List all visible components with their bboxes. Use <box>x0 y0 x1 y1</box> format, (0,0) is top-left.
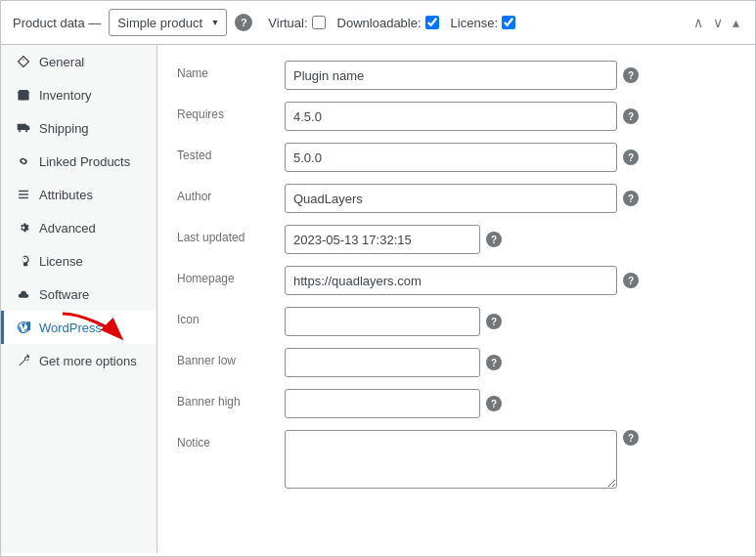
banner-high-help-icon[interactable]: ? <box>486 396 502 411</box>
notice-help-icon[interactable]: ? <box>623 430 639 446</box>
name-label: Name <box>177 61 285 80</box>
wp-icon <box>16 320 31 335</box>
sidebar-item-advanced-label: Advanced <box>39 221 96 236</box>
icon-label: Icon <box>177 307 285 326</box>
product-data-body: General Inventory Shipping Linked Produc… <box>1 45 755 553</box>
requires-help-icon[interactable]: ? <box>623 108 639 124</box>
cloud-icon <box>16 286 31 302</box>
tag-icon <box>16 54 31 69</box>
product-type-help-icon[interactable]: ? <box>235 14 252 31</box>
sidebar-item-software-label: Software <box>39 287 89 302</box>
product-data-label: Product data — <box>13 16 101 30</box>
icon-input[interactable] <box>285 307 480 336</box>
requires-field-wrapper: ? <box>285 102 639 131</box>
banner-high-input[interactable] <box>285 389 480 418</box>
requires-input[interactable] <box>285 102 617 131</box>
banner-high-row: Banner high ? <box>177 389 735 418</box>
name-input[interactable] <box>285 61 617 90</box>
main-form: Name ? Requires ? Tested ? <box>157 45 755 553</box>
requires-label: Requires <box>177 102 285 121</box>
sidebar-item-attributes-label: Attributes <box>39 188 93 202</box>
homepage-help-icon[interactable]: ? <box>623 273 639 288</box>
banner-low-help-icon[interactable]: ? <box>486 355 502 370</box>
icon-row: Icon ? <box>177 307 735 336</box>
sidebar-item-get-more-options[interactable]: Get more options <box>1 344 156 377</box>
link-icon <box>16 153 31 169</box>
sidebar-item-advanced[interactable]: Advanced <box>1 211 156 244</box>
list-icon <box>16 187 31 202</box>
icon-help-icon[interactable]: ? <box>486 314 502 329</box>
sidebar-item-license[interactable]: License <box>1 244 156 278</box>
last-updated-label: Last updated <box>177 225 285 244</box>
homepage-input[interactable] <box>285 266 617 295</box>
svg-point-2 <box>19 130 21 132</box>
arrow-down-button[interactable]: ∨ <box>709 13 727 32</box>
banner-high-label: Banner high <box>177 389 285 408</box>
virtual-option[interactable]: Virtual: <box>268 16 325 30</box>
author-help-icon[interactable]: ? <box>623 191 639 206</box>
sidebar-item-shipping[interactable]: Shipping <box>1 111 156 145</box>
product-data-header: Product data — Simple product ? Virtual:… <box>1 1 755 45</box>
sidebar-item-wordpress-label: WordPress <box>39 321 102 335</box>
tested-input[interactable] <box>285 143 617 172</box>
sidebar-item-general[interactable]: General <box>1 45 156 78</box>
box-icon <box>16 87 31 103</box>
svg-rect-5 <box>19 193 28 194</box>
downloadable-checkbox[interactable] <box>425 16 439 29</box>
arrow-up-button[interactable]: ∧ <box>689 13 707 32</box>
sidebar-item-linked-products-label: Linked Products <box>39 154 130 169</box>
author-input[interactable] <box>285 184 617 213</box>
requires-row: Requires ? <box>177 102 735 131</box>
author-field-wrapper: ? <box>285 184 639 213</box>
virtual-checkbox[interactable] <box>312 16 326 29</box>
banner-high-field-wrapper: ? <box>285 389 502 418</box>
sidebar-item-general-label: General <box>39 55 84 69</box>
last-updated-field-wrapper: ? <box>285 225 502 254</box>
sidebar-item-software[interactable]: Software <box>1 278 156 311</box>
sidebar-item-linked-products[interactable]: Linked Products <box>1 145 156 178</box>
author-label: Author <box>177 184 285 203</box>
name-row: Name ? <box>177 61 735 90</box>
svg-rect-6 <box>19 197 28 198</box>
name-field-wrapper: ? <box>285 61 639 90</box>
homepage-field-wrapper: ? <box>285 266 639 295</box>
svg-point-3 <box>25 130 27 132</box>
banner-low-label: Banner low <box>177 348 285 367</box>
license-checkbox[interactable] <box>502 16 515 29</box>
downloadable-option[interactable]: Downloadable: <box>337 16 439 30</box>
license-label: License: <box>451 16 498 30</box>
virtual-label: Virtual: <box>268 16 307 30</box>
banner-low-input[interactable] <box>285 348 480 377</box>
last-updated-help-icon[interactable]: ? <box>486 232 502 247</box>
notice-label: Notice <box>177 430 285 450</box>
product-type-wrapper: Simple product <box>109 9 227 36</box>
homepage-row: Homepage ? <box>177 266 735 295</box>
header-options: Virtual: Downloadable: License: <box>268 16 515 30</box>
notice-textarea[interactable] <box>285 430 617 489</box>
tested-label: Tested <box>177 143 285 162</box>
gear-icon <box>16 220 31 236</box>
sidebar-item-license-label: License <box>39 254 83 269</box>
last-updated-input[interactable] <box>285 225 480 254</box>
sidebar-item-inventory[interactable]: Inventory <box>1 78 156 111</box>
license-option[interactable]: License: <box>451 16 515 30</box>
product-type-select[interactable]: Simple product <box>109 9 227 36</box>
icon-field-wrapper: ? <box>285 307 502 336</box>
notice-field-wrapper: ? <box>285 430 639 489</box>
header-arrows: ∧ ∨ ▴ <box>689 13 743 32</box>
downloadable-label: Downloadable: <box>337 16 422 30</box>
sidebar-item-attributes[interactable]: Attributes <box>1 178 156 211</box>
tested-row: Tested ? <box>177 143 735 172</box>
banner-low-row: Banner low ? <box>177 348 735 377</box>
last-updated-row: Last updated ? <box>177 225 735 254</box>
sidebar-item-get-more-options-label: Get more options <box>39 354 137 368</box>
name-help-icon[interactable]: ? <box>623 67 639 83</box>
arrow-collapse-button[interactable]: ▴ <box>729 13 743 32</box>
tested-help-icon[interactable]: ? <box>623 150 639 165</box>
tested-field-wrapper: ? <box>285 143 639 172</box>
sidebar: General Inventory Shipping Linked Produc… <box>1 45 157 553</box>
banner-low-field-wrapper: ? <box>285 348 502 377</box>
sidebar-item-shipping-label: Shipping <box>39 121 89 136</box>
sidebar-item-wordpress[interactable]: WordPress <box>1 311 156 344</box>
wrench-icon <box>16 353 31 368</box>
